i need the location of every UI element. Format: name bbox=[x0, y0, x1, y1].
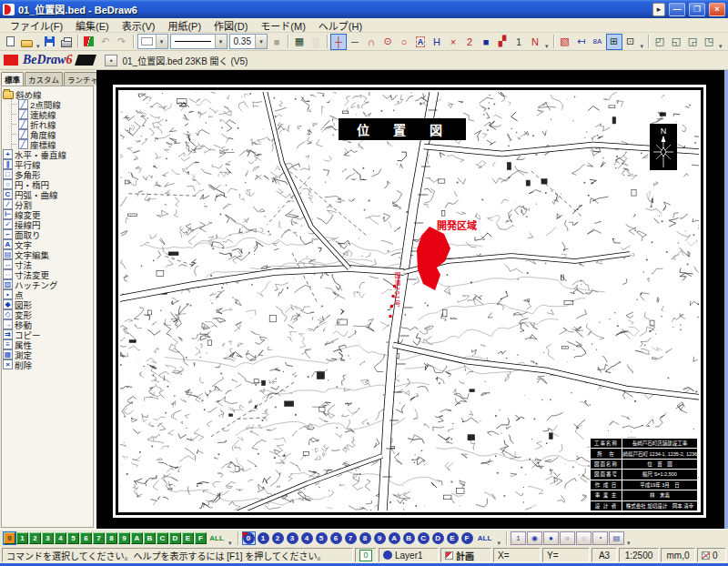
menu-item[interactable]: 用紙(P) bbox=[161, 17, 207, 34]
titlebar-expand-button[interactable]: ▸ bbox=[652, 3, 665, 16]
circle-center-button[interactable]: ⊙ bbox=[379, 34, 396, 50]
undo-button[interactable]: ↶ bbox=[97, 34, 114, 50]
layer-view-option-button[interactable]: ● bbox=[543, 531, 559, 545]
n-button[interactable]: N bbox=[527, 34, 543, 50]
open-file-button[interactable] bbox=[18, 34, 35, 50]
tree-item[interactable]: × 削除 bbox=[3, 359, 92, 369]
view-layer-button[interactable]: 6 bbox=[329, 531, 343, 545]
write-layer-button[interactable]: F bbox=[195, 532, 207, 544]
tile-window-button-1[interactable]: ◰ bbox=[652, 34, 668, 50]
write-layer-button[interactable]: 0 bbox=[4, 532, 15, 544]
layer-view-option-button[interactable]: ▤ bbox=[609, 531, 624, 545]
grid-dots-button[interactable]: ░ bbox=[308, 34, 324, 50]
write-layer-button[interactable]: D bbox=[169, 532, 181, 544]
zoom-window-button[interactable]: ⊡ bbox=[622, 34, 639, 50]
line-color-combo[interactable]: ▾ bbox=[137, 34, 168, 49]
view-layer-button[interactable]: ALL bbox=[475, 531, 495, 545]
apply-style-button[interactable]: ■ bbox=[268, 34, 285, 50]
view-layer-button[interactable]: F bbox=[460, 531, 474, 545]
layer-view-option-button[interactable]: 1 bbox=[511, 531, 526, 545]
menu-item[interactable]: ファイル(F) bbox=[4, 17, 69, 34]
new-file-button[interactable] bbox=[2, 34, 18, 50]
grid-button[interactable]: ▦ bbox=[291, 34, 308, 50]
tile-window-button-4[interactable]: ◳ bbox=[701, 34, 717, 50]
write-layer-button[interactable]: A bbox=[131, 532, 143, 544]
number-1-button[interactable]: 1 bbox=[511, 34, 527, 50]
view-layer-button[interactable]: 7 bbox=[344, 531, 358, 545]
restore-button[interactable]: ❐ bbox=[689, 3, 705, 16]
redo-button[interactable]: ↷ bbox=[114, 34, 130, 50]
write-layer-button[interactable]: C bbox=[157, 532, 168, 544]
menu-item[interactable]: ヘルプ(H) bbox=[312, 17, 369, 34]
layer-options-overflow[interactable]: ▾ bbox=[625, 540, 632, 547]
view-layer-button[interactable]: 1 bbox=[257, 531, 270, 545]
menu-item[interactable]: 作図(D) bbox=[207, 17, 254, 34]
layer-view-option-button[interactable]: ◌ bbox=[576, 531, 592, 545]
line-style-combo[interactable]: ▾ bbox=[170, 34, 228, 49]
window-group-overflow[interactable]: ▾ bbox=[717, 43, 724, 50]
import-view-button[interactable]: ↤ bbox=[573, 34, 590, 50]
h-line-button[interactable]: H bbox=[429, 34, 445, 50]
sidebar-tab[interactable]: カスタム bbox=[25, 72, 63, 86]
write-layer-button[interactable]: 3 bbox=[42, 532, 54, 544]
tile-window-button-2[interactable]: ◱ bbox=[668, 34, 684, 50]
status-layer[interactable]: Layer1 bbox=[379, 548, 439, 562]
minimize-button[interactable]: — bbox=[669, 3, 685, 16]
write-layer-button[interactable]: 4 bbox=[55, 532, 66, 544]
fit-view-button[interactable]: ⊞ bbox=[606, 34, 622, 50]
view-layer-overflow[interactable]: ▾ bbox=[496, 540, 503, 547]
pen-edit-button[interactable]: ▞ bbox=[494, 34, 511, 50]
save-button[interactable] bbox=[42, 34, 58, 50]
close-button[interactable]: × bbox=[709, 3, 725, 16]
document-menu-button[interactable]: ▪ bbox=[105, 55, 117, 66]
menu-item[interactable]: 表示(V) bbox=[116, 17, 162, 34]
write-layer-button[interactable]: 7 bbox=[93, 532, 105, 544]
write-layer-button[interactable]: 8 bbox=[106, 532, 117, 544]
drawing-canvas[interactable]: 位 置 図 N 開発区域 国道251号 工事 bbox=[96, 70, 724, 529]
view-layer-button[interactable]: A bbox=[388, 531, 401, 545]
write-layer-button[interactable]: E bbox=[182, 532, 194, 544]
print-button[interactable] bbox=[58, 34, 75, 50]
layer-view-option-button[interactable]: ○ bbox=[560, 531, 575, 545]
line-tool-button[interactable]: ─ bbox=[347, 34, 363, 50]
text-frame-button[interactable]: A bbox=[412, 34, 429, 50]
view-layer-button[interactable]: E bbox=[446, 531, 460, 545]
view-layer-button[interactable]: D bbox=[431, 531, 445, 545]
prev-view-button[interactable]: 8A bbox=[590, 34, 606, 50]
view-layer-button[interactable]: 9 bbox=[373, 531, 387, 545]
layer-view-option-button[interactable]: ◔ bbox=[592, 531, 608, 545]
write-layer-button[interactable]: ALL bbox=[207, 532, 226, 544]
layer-view-option-button[interactable]: ◉ bbox=[527, 531, 542, 545]
offset-button[interactable]: 2 bbox=[461, 34, 478, 50]
menu-item[interactable]: 編集(E) bbox=[69, 17, 116, 34]
write-layer-button[interactable]: 2 bbox=[29, 532, 41, 544]
chevron-down-icon[interactable]: ▾ bbox=[156, 35, 167, 48]
view-layer-button[interactable]: C bbox=[417, 531, 430, 545]
view-layer-button[interactable]: 8 bbox=[359, 531, 372, 545]
fill-button[interactable]: ■ bbox=[478, 34, 494, 50]
status-plan[interactable]: 計画 bbox=[440, 548, 491, 562]
tile-window-button-3[interactable]: ◲ bbox=[684, 34, 701, 50]
status-scale[interactable]: 1:2500 bbox=[619, 548, 659, 562]
view-layer-button[interactable]: 5 bbox=[315, 531, 329, 545]
view-group-overflow[interactable]: ▾ bbox=[639, 43, 646, 50]
write-layer-button[interactable]: 1 bbox=[16, 532, 28, 544]
arc-tool-button[interactable]: ∩ bbox=[363, 34, 379, 50]
view-layer-button[interactable]: 3 bbox=[286, 531, 299, 545]
open-dropdown[interactable]: ▾ bbox=[35, 43, 42, 50]
view-layer-button[interactable]: 4 bbox=[300, 531, 314, 545]
menu-item[interactable]: モード(M) bbox=[254, 17, 312, 34]
chevron-down-icon[interactable]: ▾ bbox=[215, 35, 227, 48]
cube-view-button[interactable]: ▧ bbox=[557, 34, 573, 50]
circle-tool-button[interactable]: ○ bbox=[396, 34, 412, 50]
view-layer-button[interactable]: B bbox=[402, 531, 416, 545]
view-layer-button[interactable]: 0 bbox=[242, 531, 256, 545]
write-layer-button[interactable]: 5 bbox=[67, 532, 79, 544]
write-layer-button[interactable]: 6 bbox=[80, 532, 92, 544]
bedraw-convert-button[interactable] bbox=[81, 34, 97, 50]
axis-snap-button[interactable]: ┼ bbox=[330, 34, 347, 50]
erase-line-button[interactable]: × bbox=[445, 34, 461, 50]
write-layer-button[interactable]: B bbox=[144, 532, 156, 544]
write-layer-button[interactable]: 9 bbox=[118, 532, 130, 544]
write-layer-overflow[interactable]: ▾ bbox=[227, 540, 234, 547]
